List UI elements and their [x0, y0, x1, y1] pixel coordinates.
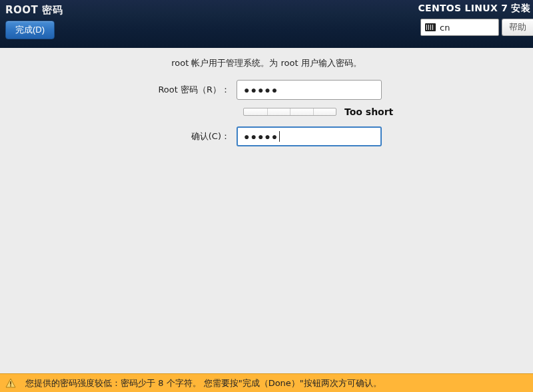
confirm-row: 确认(C)： ●●●●●	[0, 126, 533, 146]
keyboard-layout-indicator[interactable]: cn	[420, 19, 499, 36]
header-right: CENTOS LINUX 7 安装 cn 帮助	[418, 3, 533, 36]
svg-rect-2	[10, 385, 11, 387]
content-area: root 帐户用于管理系统。为 root 用户输入密码。 Root 密码（R）：…	[0, 48, 533, 146]
installer-title: CENTOS LINUX 7 安装	[418, 3, 533, 15]
password-row: Root 密码（R）： ●●●●●	[0, 80, 533, 100]
warning-text: 您提供的密码强度较低：密码少于 8 个字符。 您需要按"完成（Done）"按钮两…	[25, 377, 382, 389]
text-caret	[279, 131, 280, 142]
warning-icon	[5, 378, 16, 389]
done-button[interactable]: 完成(D)	[5, 21, 55, 39]
header-bar: ROOT 密码 完成(D) CENTOS LINUX 7 安装 cn 帮助	[0, 0, 533, 48]
password-strength-text: Too short	[344, 106, 393, 117]
help-button[interactable]: 帮助	[502, 19, 533, 36]
confirm-masked-value: ●●●●●	[244, 131, 278, 142]
password-strength-meter	[243, 108, 336, 116]
confirm-label: 确认(C)：	[0, 130, 237, 142]
strength-row: Too short	[243, 106, 533, 117]
header-right-controls: cn 帮助	[418, 19, 533, 36]
warning-bar: 您提供的密码强度较低：密码少于 8 个字符。 您需要按"完成（Done）"按钮两…	[0, 373, 533, 392]
confirm-password-input[interactable]: ●●●●●	[237, 126, 382, 146]
keyboard-icon	[425, 23, 436, 31]
svg-rect-1	[10, 381, 11, 385]
password-label: Root 密码（R）：	[0, 84, 237, 96]
root-password-input[interactable]: ●●●●●	[237, 80, 382, 100]
keyboard-layout-text: cn	[440, 23, 450, 33]
password-masked-value: ●●●●●	[244, 85, 278, 95]
instructions-text: root 帐户用于管理系统。为 root 用户输入密码。	[0, 57, 533, 69]
